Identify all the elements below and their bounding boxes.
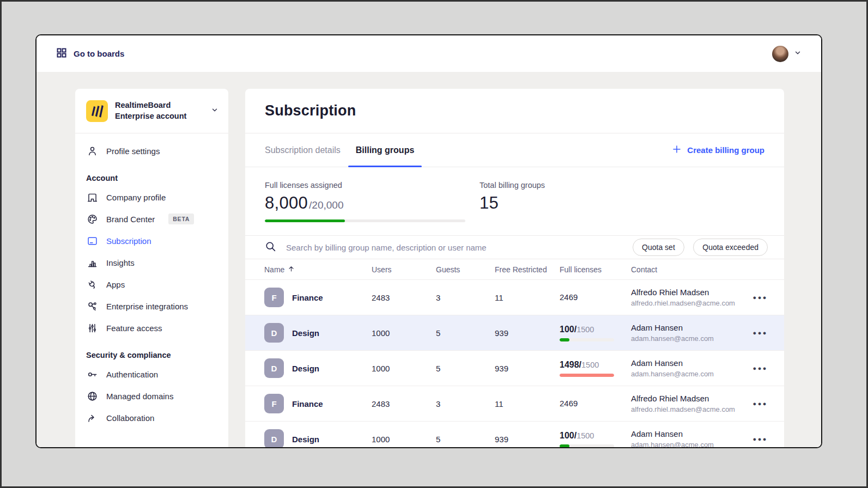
column-header-guests: Guests bbox=[436, 265, 495, 274]
share-arrow-icon bbox=[86, 412, 98, 424]
filter-quota-set[interactable]: Quota set bbox=[633, 239, 684, 256]
search-bar: Quota set Quota exceeded bbox=[245, 235, 784, 259]
contact-cell: Adam Hansenadam.hansen@acme.com bbox=[631, 323, 746, 343]
filter-pills: Quota set Quota exceeded bbox=[633, 239, 768, 256]
row-actions-menu-button[interactable]: ●●● bbox=[746, 330, 768, 336]
sliders-icon bbox=[86, 322, 98, 334]
tab-subscription-details[interactable]: Subscription details bbox=[257, 133, 348, 167]
sidebar-item-apps[interactable]: Apps bbox=[75, 273, 228, 295]
sidebar-item-subscription[interactable]: Subscription bbox=[75, 230, 228, 252]
guests-count: 3 bbox=[436, 293, 495, 302]
column-header-name[interactable]: Name bbox=[264, 265, 372, 274]
row-avatar-cell: F bbox=[264, 394, 292, 413]
quota-used: 100/ bbox=[560, 325, 576, 334]
users-count: 2483 bbox=[372, 293, 436, 302]
sidebar-item-insights[interactable]: Insights bbox=[75, 252, 228, 273]
quota-progress-fill bbox=[560, 444, 569, 448]
table-row-finance[interactable]: FFinance24833112469Alfredo Rhiel Madsena… bbox=[245, 386, 784, 422]
key-icon bbox=[86, 368, 98, 380]
user-avatar[interactable] bbox=[772, 46, 788, 62]
group-name: Design bbox=[292, 328, 372, 338]
group-initial-avatar: F bbox=[264, 288, 284, 307]
table-row-design[interactable]: DDesign10005939100/1500Adam Hansenadam.h… bbox=[245, 422, 784, 447]
quota-progress-bar bbox=[560, 444, 614, 448]
full-licenses-cell: 1498/1500 bbox=[560, 360, 631, 377]
row-actions-menu-button[interactable]: ●●● bbox=[746, 294, 768, 301]
filter-quota-exceeded[interactable]: Quota exceeded bbox=[693, 239, 768, 256]
table-row-design[interactable]: DDesign10005939100/1500Adam Hansenadam.h… bbox=[245, 315, 784, 351]
stats-row: Full licenses assigned 8,000 /20,000 Tot… bbox=[245, 167, 784, 235]
sidebar-item-label: Authentication bbox=[106, 370, 158, 379]
browser-window: Go to boards bbox=[35, 34, 822, 448]
contact-cell: Alfredo Rhiel Madsenalfredo.rhiel.madsen… bbox=[631, 288, 746, 307]
group-name: Design bbox=[292, 364, 372, 373]
table-row-design[interactable]: DDesign100059391498/1500Adam Hansenadam.… bbox=[245, 351, 784, 386]
sidebar-section-header: Security & compliance bbox=[86, 351, 217, 359]
top-bar: Go to boards bbox=[37, 35, 821, 72]
quota-value: 100/1500 bbox=[560, 325, 631, 334]
users-count: 1000 bbox=[372, 364, 436, 373]
column-header-users: Users bbox=[372, 265, 436, 274]
chevron-down-icon bbox=[794, 49, 802, 59]
tab-billing-groups[interactable]: Billing groups bbox=[348, 133, 422, 167]
full-licenses-count: 2469 bbox=[560, 292, 578, 302]
contact-email: adam.hansen@acme.com bbox=[631, 441, 746, 447]
quota-progress-fill bbox=[560, 338, 569, 341]
go-to-boards-button[interactable]: Go to boards bbox=[56, 47, 124, 60]
stat-billing-groups: Total billing groups 15 bbox=[479, 181, 545, 235]
group-initial-avatar: D bbox=[264, 429, 284, 447]
quota-used: 100/ bbox=[560, 431, 576, 440]
go-to-boards-label: Go to boards bbox=[74, 49, 124, 58]
desktop-background: Go to boards bbox=[0, 0, 868, 488]
sidebar-item-label: Collaboration bbox=[106, 413, 154, 423]
account-switcher[interactable]: RealtimeBoard Enterprise account bbox=[75, 89, 228, 133]
create-billing-group-button[interactable]: Create billing group bbox=[672, 133, 764, 167]
sidebar-item-managed-domains[interactable]: Managed domains bbox=[75, 385, 228, 407]
row-avatar-cell: F bbox=[264, 288, 292, 307]
row-actions-menu-button[interactable]: ●●● bbox=[746, 365, 768, 371]
users-count: 1000 bbox=[372, 435, 436, 444]
sidebar-item-authentication[interactable]: Authentication bbox=[75, 363, 228, 385]
quota-used: 1498/ bbox=[560, 360, 581, 369]
row-avatar-cell: D bbox=[264, 429, 292, 447]
sidebar-item-collaboration[interactable]: Collaboration bbox=[75, 407, 228, 429]
sidebar-item-company-profile[interactable]: Company profile bbox=[75, 186, 228, 208]
account-menu[interactable] bbox=[772, 46, 802, 62]
full-licenses-cell: 2469 bbox=[560, 399, 631, 408]
quota-value: 1498/1500 bbox=[560, 360, 631, 370]
row-actions-menu-button[interactable]: ●●● bbox=[746, 400, 768, 407]
person-icon bbox=[86, 145, 98, 157]
quota-total: 1500 bbox=[581, 361, 599, 369]
contact-email: alfredo.rhiel.madsen@acme.com bbox=[631, 405, 746, 413]
sidebar-menu: Profile settingsAccountCompany profileBr… bbox=[75, 133, 228, 434]
account-name: RealtimeBoard Enterprise account bbox=[115, 100, 204, 121]
stat-full-licenses: Full licenses assigned 8,000 /20,000 bbox=[265, 181, 479, 235]
sidebar-item-label: Company profile bbox=[106, 193, 166, 202]
group-name: Finance bbox=[292, 293, 372, 302]
licenses-total-value: /20,000 bbox=[309, 199, 343, 211]
page-title: Subscription bbox=[265, 102, 356, 119]
row-avatar-cell: D bbox=[264, 323, 292, 343]
contact-email: adam.hansen@acme.com bbox=[631, 370, 746, 378]
sidebar-item-enterprise-integrations[interactable]: Enterprise integrations bbox=[75, 295, 228, 317]
sidebar-item-label: Managed domains bbox=[106, 392, 173, 401]
table-row-finance[interactable]: FFinance24833112469Alfredo Rhiel Madsena… bbox=[245, 280, 784, 315]
free-restricted-count: 939 bbox=[495, 328, 560, 338]
card-icon bbox=[86, 235, 98, 247]
table-header: Name Users Guests Free Restricted Full l… bbox=[245, 259, 784, 280]
sidebar-item-feature-access[interactable]: Feature access bbox=[75, 317, 228, 339]
sidebar-item-profile-settings[interactable]: Profile settings bbox=[75, 140, 228, 162]
group-name: Finance bbox=[292, 399, 372, 408]
search-input[interactable] bbox=[286, 243, 623, 252]
sidebar-item-brand-center[interactable]: Brand CenterBETA bbox=[75, 208, 228, 230]
full-licenses-cell: 100/1500 bbox=[560, 431, 631, 448]
plus-icon bbox=[672, 144, 682, 156]
contact-name: Adam Hansen bbox=[631, 323, 746, 332]
row-actions-menu-button[interactable]: ●●● bbox=[746, 436, 768, 442]
full-licenses-cell: 2469 bbox=[560, 292, 631, 302]
subscription-panel: Subscription Subscription details Billin… bbox=[245, 89, 784, 447]
contact-name: Adam Hansen bbox=[631, 429, 746, 438]
free-restricted-count: 11 bbox=[495, 399, 560, 408]
sidebar-item-label: Subscription bbox=[106, 236, 151, 246]
quota-progress-fill bbox=[560, 374, 614, 377]
